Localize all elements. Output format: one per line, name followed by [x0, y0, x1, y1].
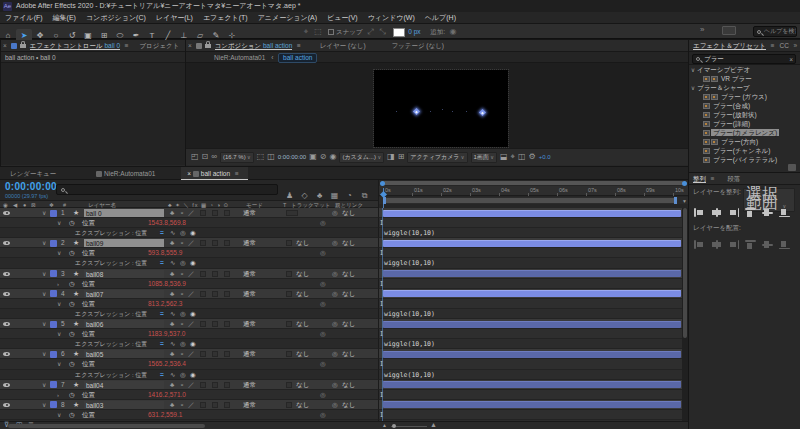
parent-pickwhip-icon[interactable]: ◎	[332, 269, 338, 279]
comp-marker-icon[interactable]: ▼	[682, 198, 687, 204]
position-value[interactable]: 1543.8,569.8	[148, 218, 186, 228]
expression-text[interactable]: wiggle(10,10)	[384, 258, 435, 268]
panel-menu-icon[interactable]: ≡	[297, 42, 301, 49]
parent-select[interactable]: なし	[342, 319, 374, 329]
menu-item[interactable]: コンポジション(C)	[81, 12, 151, 24]
expression-language-menu-icon[interactable]: ◉	[190, 309, 196, 319]
region-of-interest-icon[interactable]: ⬚	[257, 151, 265, 162]
shy-switch-icon[interactable]: ♣	[170, 319, 174, 329]
collapse-switch-icon[interactable]: ∘	[180, 380, 184, 390]
label-color-chip[interactable]	[50, 210, 57, 217]
label-color-chip[interactable]	[50, 240, 57, 247]
tab-paragraph[interactable]: 段落	[727, 175, 740, 182]
close-icon[interactable]: ×	[188, 42, 192, 49]
collapse-switch-icon[interactable]: ∘	[180, 289, 184, 299]
effects-item-row[interactable]: VR ブラー	[689, 74, 800, 83]
panel-menu-icon[interactable]: ≡	[125, 42, 129, 49]
matte-cell[interactable]	[286, 321, 292, 327]
layer-twirl-icon[interactable]: ∨	[42, 380, 46, 390]
align-top-icon[interactable]	[745, 208, 756, 217]
property-pickwhip-icon[interactable]: ◎	[320, 218, 326, 228]
layer-twirl-icon[interactable]: ∨	[42, 208, 46, 218]
tab-effect-controls[interactable]: エフェクトコントロール ball 0	[30, 42, 120, 50]
layer-name[interactable]: ball06	[84, 320, 164, 328]
blend-mode-select[interactable]: 通常	[243, 380, 275, 390]
label-color-chip[interactable]	[50, 381, 57, 388]
contract-icon[interactable]: ⤡	[376, 25, 388, 38]
pixel-aspect-icon[interactable]: ⊞	[398, 151, 405, 162]
magnification-select[interactable]: (16.7 %) ∨	[220, 152, 254, 163]
property-twirl-icon[interactable]: ∨	[57, 410, 61, 420]
position-property-label[interactable]: 位置	[82, 218, 95, 228]
effect-label[interactable]: ブラー(カメラレンズ)	[711, 129, 779, 136]
menu-item[interactable]: ビュー(V)	[322, 12, 363, 24]
property-twirl-icon[interactable]: ∨	[57, 359, 61, 369]
expression-language-menu-icon[interactable]: ◉	[190, 339, 196, 349]
quality-switch-icon[interactable]: ／	[188, 319, 195, 329]
parent-pickwhip-icon[interactable]: ◎	[332, 380, 338, 390]
snap-checkbox[interactable]	[328, 29, 334, 35]
tab-effects-presets[interactable]: エフェクト＆プリセット	[693, 42, 766, 50]
property-pickwhip-icon[interactable]: ◎	[320, 299, 326, 309]
parent-select[interactable]: なし	[342, 400, 374, 410]
property-pickwhip-icon[interactable]: ◎	[320, 329, 326, 339]
effects-search-input[interactable]: ブラー ×	[692, 54, 796, 64]
position-value[interactable]: 1416.2,571.0	[148, 390, 186, 400]
vertical-scrollbar-thumb[interactable]	[683, 208, 687, 338]
position-property-label[interactable]: 位置	[82, 299, 95, 309]
video-eye-icon[interactable]	[3, 383, 10, 387]
reset-exposure-icon[interactable]: ◫	[518, 151, 526, 162]
effects-item-row[interactable]: ブラー(カメラレンズ)	[689, 128, 800, 137]
shy-switch-icon[interactable]: ♣	[170, 208, 174, 218]
shy-switch-icon[interactable]: ♣	[170, 269, 174, 279]
effects-item-row[interactable]: ブラー(合成)	[689, 101, 800, 110]
horizontal-scrollbar[interactable]	[8, 424, 205, 428]
property-pickwhip-icon[interactable]: ◎	[320, 279, 326, 289]
parent-select[interactable]: なし	[342, 269, 374, 279]
current-time-display[interactable]: 0:00:00:00	[5, 181, 57, 192]
expression-graph-icon[interactable]: ∿	[170, 370, 175, 380]
effects-item-row[interactable]: ブラー(チャンネル)	[689, 146, 800, 155]
collapse-switch-icon[interactable]: ∘	[180, 269, 184, 279]
collapse-switch-icon[interactable]: ∘	[180, 400, 184, 410]
menu-item[interactable]: アニメーション(A)	[253, 12, 322, 24]
stopwatch-icon[interactable]: ◷	[69, 329, 75, 339]
position-value[interactable]: 1565.2,536.4	[148, 359, 186, 369]
position-property-label[interactable]: 位置	[82, 279, 95, 289]
lock-icon[interactable]	[20, 44, 26, 48]
panel-menu-icon[interactable]: ≡	[235, 170, 239, 177]
transparency-grid-icon[interactable]: ◫	[267, 151, 275, 162]
work-area-end-handle[interactable]	[674, 197, 677, 204]
parent-select[interactable]: なし	[342, 289, 374, 299]
effect-label[interactable]: VR ブラー	[719, 75, 754, 82]
track-matte-select[interactable]: なし	[296, 380, 324, 390]
layer-duration-bar[interactable]	[383, 290, 681, 297]
effects-item-row[interactable]: ブラー(放射状)	[689, 110, 800, 119]
property-twirl-icon[interactable]: ›	[57, 390, 59, 400]
track-matte-select[interactable]: なし	[296, 269, 324, 279]
collapse-switch-icon[interactable]: ∘	[180, 319, 184, 329]
collapse-switch-icon[interactable]: ∘	[180, 208, 184, 218]
expression-graph-icon[interactable]: ∿	[170, 228, 175, 238]
layer-duration-bar[interactable]	[383, 240, 681, 247]
property-twirl-icon[interactable]: ∨	[57, 299, 61, 309]
expression-pickwhip-icon[interactable]: ◎	[180, 339, 186, 349]
clear-search-icon[interactable]: ×	[789, 55, 793, 64]
toolbar-overflow-icon[interactable]: »	[700, 25, 704, 34]
quality-switch-icon[interactable]: ／	[188, 289, 195, 299]
matte-cell[interactable]	[286, 291, 292, 297]
stopwatch-icon[interactable]: ◷	[69, 248, 75, 258]
stopwatch-icon[interactable]: ◷	[69, 218, 75, 228]
blend-mode-select[interactable]: 通常	[243, 208, 275, 218]
label-color-chip[interactable]	[50, 351, 57, 358]
switch-cell[interactable]	[200, 382, 206, 388]
composition-canvas[interactable]	[374, 70, 508, 147]
expression-text[interactable]: wiggle(10,10)	[384, 370, 435, 380]
snapshot-icon[interactable]: ▣	[309, 151, 317, 162]
navigator-end-handle[interactable]	[682, 181, 687, 186]
quality-switch-icon[interactable]: ／	[188, 208, 195, 218]
menu-item[interactable]: ファイル(F)	[0, 12, 48, 24]
effect-label[interactable]: ブラー(方向)	[719, 138, 760, 145]
close-icon[interactable]: ×	[187, 170, 191, 177]
show-snapshot-icon[interactable]: ⊘	[320, 151, 327, 162]
